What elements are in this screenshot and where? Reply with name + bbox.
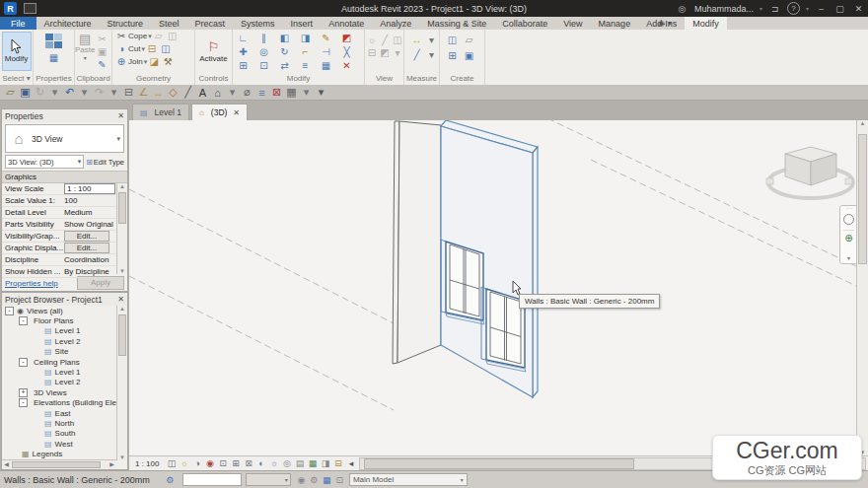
browser-views-all[interactable]: - ◉ Views (all) xyxy=(2,306,116,315)
copy-element-icon[interactable]: ◎ xyxy=(257,45,271,58)
caret[interactable]: ▾ xyxy=(47,86,62,100)
save-icon[interactable]: ▣ xyxy=(18,86,33,100)
caret[interactable]: ▾ xyxy=(225,86,240,100)
canvas-vscrollbar[interactable]: ▲▼ xyxy=(856,120,868,455)
panel-label-modify[interactable]: Modify xyxy=(233,73,364,85)
filter-dropdown[interactable]: ▾ xyxy=(246,473,291,486)
reveal-hidden-elements-icon[interactable]: ☼ xyxy=(267,457,280,470)
prop-discipline[interactable]: Discipline Coordination xyxy=(2,254,117,266)
caret[interactable]: ▾ xyxy=(391,46,404,59)
browser-south[interactable]: ▤ South xyxy=(2,429,116,439)
worksets-field[interactable] xyxy=(182,473,242,486)
instance-selector[interactable]: 3D View: (3D)▾ xyxy=(5,155,84,169)
browser-ceiling-level-2[interactable]: ▤ Level 2 xyxy=(2,378,116,387)
panel-label-measure[interactable]: Measure xyxy=(404,73,439,85)
properties-close-icon[interactable]: ✕ xyxy=(117,111,124,120)
prop-show-hidden[interactable]: Show Hidden ... By Discipline xyxy=(2,266,117,278)
temporary-view-properties-icon[interactable]: ▤ xyxy=(293,457,306,470)
main-model-dropdown[interactable]: Main Model▾ xyxy=(349,473,468,486)
prop-detail-level[interactable]: Detail Level Medium xyxy=(2,207,117,219)
tab-insert[interactable]: Insert xyxy=(283,17,322,30)
aligned-dimension-icon[interactable]: ↔ xyxy=(151,86,166,100)
tab-collaborate[interactable]: Collaborate xyxy=(494,17,555,30)
tab-precast[interactable]: Precast xyxy=(187,17,234,30)
prop-visibility-graphics[interactable]: Visibility/Grap... Edit... xyxy=(2,231,117,243)
active-only-icon[interactable]: ▦ xyxy=(321,473,333,486)
panel-label-clipboard[interactable]: Clipboard xyxy=(75,73,111,85)
sun-path-icon[interactable]: ☼ xyxy=(178,457,190,470)
panel-label-select[interactable]: Select ▾ xyxy=(0,73,33,85)
properties-help-link[interactable]: Properties help xyxy=(5,279,58,288)
view-tab-3d[interactable]: ⌂ (3D) ✕ xyxy=(191,104,248,120)
tab-manage[interactable]: Manage xyxy=(591,17,639,30)
panel-label-geometry[interactable]: Geometry xyxy=(112,73,194,85)
close-inactive-icon[interactable]: ⊠ xyxy=(269,86,284,100)
tab-massing-site[interactable]: Massing & Site xyxy=(419,17,494,30)
demolish-hammer-icon[interactable]: ⚒ xyxy=(161,55,175,68)
mirror-draw-axis-icon[interactable]: ◨ xyxy=(299,32,313,44)
browser-elevations[interactable]: - Elevations (Building Elevation xyxy=(2,398,116,408)
exclude-options-icon[interactable]: ⊡ xyxy=(333,473,346,486)
cut-button[interactable]: ◑ Cut▾ ⊟◫ xyxy=(112,42,194,55)
navbar-caret-icon[interactable]: ▾ xyxy=(847,254,850,261)
viewcube[interactable] xyxy=(766,147,853,198)
delete-icon[interactable]: ✕ xyxy=(340,59,354,72)
create-similar-icon[interactable]: ▱ xyxy=(463,34,476,46)
trim-single-icon[interactable]: ⊣ xyxy=(320,45,333,58)
switch-windows-icon[interactable]: ▦ xyxy=(284,86,299,100)
close-button[interactable]: ✕ xyxy=(852,4,865,14)
open-icon[interactable]: ▱ xyxy=(3,86,18,100)
browser-3d-views[interactable]: + 3D Views xyxy=(2,387,116,397)
prop-scale-value[interactable]: Scale Value 1: 100 xyxy=(2,195,117,207)
apply-coping-icon[interactable]: ⊟ xyxy=(145,42,159,55)
browser-floor-level-1[interactable]: ▤ Level 1 xyxy=(2,326,116,336)
beam-joins-icon[interactable]: ◫ xyxy=(166,30,180,42)
browser-legends[interactable]: ▦ Legends xyxy=(2,449,116,458)
help-caret-icon[interactable]: ▾ xyxy=(806,5,809,12)
worksharing-display-icon[interactable]: ◎ xyxy=(280,457,293,470)
offset-icon[interactable]: ∥ xyxy=(257,32,271,44)
measure-icon[interactable]: ↔ xyxy=(410,34,424,46)
detail-line-icon[interactable]: ╱ xyxy=(181,86,195,100)
cope-button[interactable]: ✂ Cope▾ ▱◫ xyxy=(112,30,194,42)
tab-structure[interactable]: Structure xyxy=(100,17,152,30)
editable-only-icon[interactable]: ◉ xyxy=(295,473,308,486)
default-3d-view-icon[interactable]: ⌂ xyxy=(210,86,225,100)
prop-view-scale[interactable]: View Scale 1 : 100 xyxy=(2,183,117,195)
caret[interactable]: ▾ xyxy=(425,34,439,46)
pin-icon[interactable]: ⇄ xyxy=(278,59,292,72)
caret[interactable]: ▾ xyxy=(107,86,121,100)
browser-floor-plans[interactable]: - Floor Plans xyxy=(2,315,116,325)
collapse-icon[interactable]: ◂ xyxy=(344,457,357,470)
properties-palette-icon[interactable] xyxy=(45,34,63,49)
unjoin-icon[interactable]: ◪ xyxy=(147,55,161,68)
type-selector[interactable]: ⌂ 3D View ▾ xyxy=(5,124,124,153)
tab-file[interactable]: File xyxy=(0,17,36,30)
temporary-hide-isolate-icon[interactable]: ◐ xyxy=(254,457,267,470)
hide-icon[interactable]: ⊟ xyxy=(365,46,379,59)
family-types-icon[interactable]: ▦ xyxy=(47,51,61,64)
lock-view-icon[interactable]: ⊠ xyxy=(242,457,254,470)
app-store-icon[interactable]: ⊐ xyxy=(768,4,781,14)
scale-icon[interactable]: ⊡ xyxy=(257,59,271,72)
create-group-icon[interactable]: ◫ xyxy=(446,34,460,46)
linework-view-icon[interactable]: ╱ xyxy=(378,34,392,46)
cutaway-icon[interactable]: ◫ xyxy=(391,34,404,46)
browser-north[interactable]: ▤ North xyxy=(2,418,116,428)
browser-east[interactable]: ▤ East xyxy=(2,408,116,418)
measure-icon[interactable]: ∠ xyxy=(136,86,151,100)
view-tab-level-1[interactable]: ▤ Level 1 xyxy=(132,104,189,120)
edit-type-button[interactable]: ⊞ Edit Type xyxy=(86,158,124,167)
linework-icon[interactable]: ✎ xyxy=(320,32,333,44)
cut-icon[interactable]: ✂ xyxy=(95,33,108,45)
join-button[interactable]: ⊕ Join▾ ◪⚒ xyxy=(112,55,194,68)
redo-icon[interactable]: ↷ xyxy=(92,86,107,100)
tab-annotate[interactable]: Annotate xyxy=(321,17,372,30)
tab-systems[interactable]: Systems xyxy=(233,17,283,30)
sync-icon[interactable]: ↻ xyxy=(33,86,47,100)
tab-analyze[interactable]: Analyze xyxy=(372,17,419,30)
align-icon[interactable]: ∟ xyxy=(237,32,251,44)
design-options-icon[interactable]: ⚙ xyxy=(308,473,321,486)
demolish-icon[interactable]: ◫ xyxy=(159,42,173,55)
group-icon[interactable]: ▦ xyxy=(320,59,333,72)
